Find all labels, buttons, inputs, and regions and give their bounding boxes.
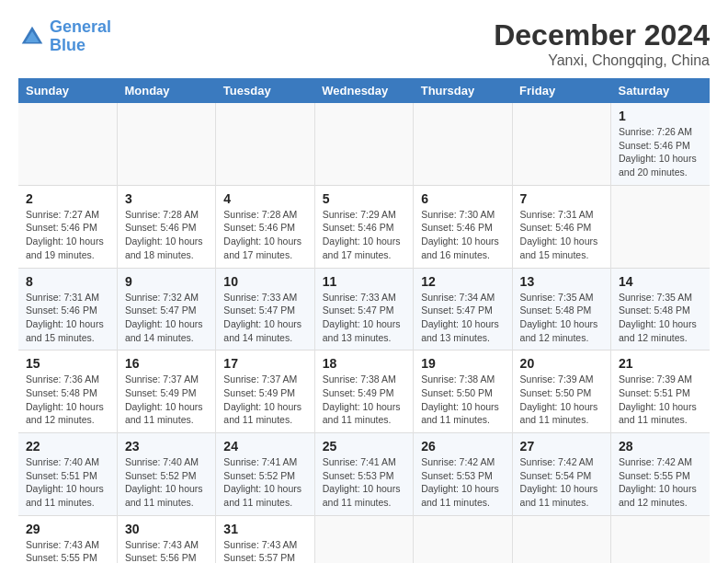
day-number: 10 — [223, 274, 306, 289]
calendar-cell-empty — [314, 515, 413, 563]
day-number: 27 — [520, 439, 603, 454]
day-header-saturday: Saturday — [611, 78, 710, 103]
day-header-monday: Monday — [117, 78, 215, 103]
calendar-cell-day-29: 29Sunrise: 7:43 AMSunset: 5:55 PMDayligh… — [18, 515, 117, 563]
day-number: 31 — [223, 522, 306, 536]
calendar-cell-day-3: 3Sunrise: 7:28 AMSunset: 5:46 PMDaylight… — [117, 185, 215, 268]
calendar-week-row: 2Sunrise: 7:27 AMSunset: 5:46 PMDaylight… — [18, 185, 710, 268]
day-number: 24 — [223, 439, 306, 454]
calendar-cell-day-6: 6Sunrise: 7:30 AMSunset: 5:46 PMDaylight… — [414, 185, 512, 268]
day-header-thursday: Thursday — [414, 78, 512, 103]
calendar-cell-empty — [611, 185, 710, 268]
calendar-cell-day-1: 1Sunrise: 7:26 AMSunset: 5:46 PMDaylight… — [611, 103, 710, 185]
day-detail: Sunrise: 7:31 AMSunset: 5:46 PMDaylight:… — [26, 292, 104, 343]
calendar-cell-day-14: 14Sunrise: 7:35 AMSunset: 5:48 PMDayligh… — [611, 268, 710, 350]
day-detail: Sunrise: 7:37 AMSunset: 5:49 PMDaylight:… — [223, 373, 301, 425]
calendar-week-row: 22Sunrise: 7:40 AMSunset: 5:51 PMDayligh… — [18, 433, 710, 516]
calendar-cell-day-13: 13Sunrise: 7:35 AMSunset: 5:48 PMDayligh… — [512, 268, 610, 350]
day-detail: Sunrise: 7:38 AMSunset: 5:50 PMDaylight:… — [421, 373, 499, 425]
calendar-cell-day-20: 20Sunrise: 7:39 AMSunset: 5:50 PMDayligh… — [512, 350, 610, 433]
calendar-cell-day-23: 23Sunrise: 7:40 AMSunset: 5:52 PMDayligh… — [117, 433, 215, 516]
day-detail: Sunrise: 7:41 AMSunset: 5:52 PMDaylight:… — [223, 456, 301, 508]
day-number: 9 — [125, 274, 208, 289]
calendar-cell-day-25: 25Sunrise: 7:41 AMSunset: 5:53 PMDayligh… — [314, 433, 413, 516]
day-number: 5 — [323, 191, 405, 206]
calendar-cell-day-10: 10Sunrise: 7:33 AMSunset: 5:47 PMDayligh… — [216, 268, 314, 350]
day-detail: Sunrise: 7:42 AMSunset: 5:55 PMDaylight:… — [619, 456, 697, 508]
calendar-cell-day-5: 5Sunrise: 7:29 AMSunset: 5:46 PMDaylight… — [314, 185, 413, 268]
day-detail: Sunrise: 7:40 AMSunset: 5:52 PMDaylight:… — [125, 456, 203, 508]
day-detail: Sunrise: 7:39 AMSunset: 5:51 PMDaylight:… — [619, 373, 697, 425]
calendar-week-row: 8Sunrise: 7:31 AMSunset: 5:46 PMDaylight… — [18, 268, 710, 350]
day-number: 22 — [26, 439, 109, 454]
day-detail: Sunrise: 7:35 AMSunset: 5:48 PMDaylight:… — [520, 292, 598, 343]
logo-icon — [18, 23, 46, 51]
day-detail: Sunrise: 7:33 AMSunset: 5:47 PMDaylight:… — [323, 292, 401, 343]
calendar-cell-day-11: 11Sunrise: 7:33 AMSunset: 5:47 PMDayligh… — [314, 268, 413, 350]
day-header-sunday: Sunday — [18, 78, 117, 103]
day-number: 21 — [619, 356, 702, 371]
day-detail: Sunrise: 7:33 AMSunset: 5:47 PMDaylight:… — [223, 292, 301, 343]
calendar-cell-empty — [512, 515, 610, 563]
day-number: 12 — [421, 274, 504, 289]
title-section: December 2024 Yanxi, Chongqing, China — [494, 18, 710, 69]
day-number: 13 — [520, 274, 603, 289]
calendar-cell-empty — [414, 515, 512, 563]
calendar-cell-empty — [314, 103, 413, 185]
calendar-cell-day-17: 17Sunrise: 7:37 AMSunset: 5:49 PMDayligh… — [216, 350, 314, 433]
day-number: 29 — [26, 522, 109, 536]
day-number: 11 — [323, 274, 405, 289]
day-detail: Sunrise: 7:39 AMSunset: 5:50 PMDaylight:… — [520, 373, 598, 425]
day-number: 3 — [125, 191, 208, 206]
day-number: 20 — [520, 356, 603, 371]
day-detail: Sunrise: 7:31 AMSunset: 5:46 PMDaylight:… — [520, 209, 598, 260]
day-number: 7 — [520, 191, 603, 206]
day-number: 23 — [125, 439, 208, 454]
calendar-cell-empty — [611, 515, 710, 563]
day-header-tuesday: Tuesday — [216, 78, 314, 103]
page-title: December 2024 — [494, 18, 710, 52]
day-number: 14 — [619, 274, 702, 289]
calendar-cell-day-4: 4Sunrise: 7:28 AMSunset: 5:46 PMDaylight… — [216, 185, 314, 268]
day-detail: Sunrise: 7:26 AMSunset: 5:46 PMDaylight:… — [619, 126, 697, 178]
day-detail: Sunrise: 7:27 AMSunset: 5:46 PMDaylight:… — [26, 209, 104, 260]
calendar-cell-day-9: 9Sunrise: 7:32 AMSunset: 5:47 PMDaylight… — [117, 268, 215, 350]
day-detail: Sunrise: 7:28 AMSunset: 5:46 PMDaylight:… — [125, 209, 203, 260]
calendar-cell-day-12: 12Sunrise: 7:34 AMSunset: 5:47 PMDayligh… — [414, 268, 512, 350]
calendar-cell-day-18: 18Sunrise: 7:38 AMSunset: 5:49 PMDayligh… — [314, 350, 413, 433]
day-detail: Sunrise: 7:41 AMSunset: 5:53 PMDaylight:… — [323, 456, 401, 508]
day-detail: Sunrise: 7:28 AMSunset: 5:46 PMDaylight:… — [223, 209, 301, 260]
calendar-cell-day-19: 19Sunrise: 7:38 AMSunset: 5:50 PMDayligh… — [414, 350, 512, 433]
day-detail: Sunrise: 7:37 AMSunset: 5:49 PMDaylight:… — [125, 373, 203, 425]
day-detail: Sunrise: 7:29 AMSunset: 5:46 PMDaylight:… — [323, 209, 401, 260]
calendar-header-row: SundayMondayTuesdayWednesdayThursdayFrid… — [18, 78, 710, 103]
day-number: 15 — [26, 356, 109, 371]
day-detail: Sunrise: 7:40 AMSunset: 5:51 PMDaylight:… — [26, 456, 104, 508]
page-header: General Blue December 2024 Yanxi, Chongq… — [18, 18, 710, 69]
calendar-cell-day-26: 26Sunrise: 7:42 AMSunset: 5:53 PMDayligh… — [414, 433, 512, 516]
day-number: 30 — [125, 522, 208, 536]
day-number: 25 — [323, 439, 405, 454]
page-subtitle: Yanxi, Chongqing, China — [494, 52, 710, 69]
calendar-cell-empty — [512, 103, 610, 185]
day-detail: Sunrise: 7:42 AMSunset: 5:54 PMDaylight:… — [520, 456, 598, 508]
calendar-week-row: 15Sunrise: 7:36 AMSunset: 5:48 PMDayligh… — [18, 350, 710, 433]
calendar-cell-day-22: 22Sunrise: 7:40 AMSunset: 5:51 PMDayligh… — [18, 433, 117, 516]
day-number: 28 — [619, 439, 702, 454]
logo: General Blue — [18, 18, 111, 55]
calendar-week-row: 1Sunrise: 7:26 AMSunset: 5:46 PMDaylight… — [18, 103, 710, 185]
day-detail: Sunrise: 7:43 AMSunset: 5:56 PMDaylight:… — [125, 539, 203, 563]
calendar-cell-empty — [117, 103, 215, 185]
day-number: 4 — [223, 191, 306, 206]
day-number: 26 — [421, 439, 504, 454]
day-detail: Sunrise: 7:42 AMSunset: 5:53 PMDaylight:… — [421, 456, 499, 508]
day-detail: Sunrise: 7:38 AMSunset: 5:49 PMDaylight:… — [323, 373, 401, 425]
day-number: 17 — [223, 356, 306, 371]
calendar-cell-day-21: 21Sunrise: 7:39 AMSunset: 5:51 PMDayligh… — [611, 350, 710, 433]
calendar-cell-day-8: 8Sunrise: 7:31 AMSunset: 5:46 PMDaylight… — [18, 268, 117, 350]
calendar-cell-empty — [216, 103, 314, 185]
calendar-cell-day-7: 7Sunrise: 7:31 AMSunset: 5:46 PMDaylight… — [512, 185, 610, 268]
calendar-cell-day-31: 31Sunrise: 7:43 AMSunset: 5:57 PMDayligh… — [216, 515, 314, 563]
calendar-cell-day-16: 16Sunrise: 7:37 AMSunset: 5:49 PMDayligh… — [117, 350, 215, 433]
logo-text: General Blue — [50, 18, 111, 55]
